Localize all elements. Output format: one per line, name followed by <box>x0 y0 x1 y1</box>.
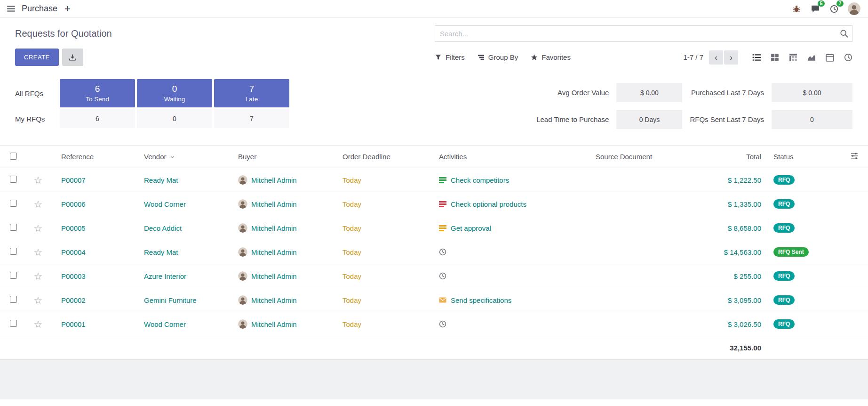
late-card[interactable]: 7 Late <box>214 79 289 107</box>
vendor-link[interactable]: Wood Corner <box>144 320 186 328</box>
adjust-columns-icon[interactable] <box>851 152 858 160</box>
purchase-dashboard: All RFQs My RFQs 6 To Send 6 0 Waiting 0 <box>0 73 868 141</box>
create-button[interactable]: CREATE <box>15 49 59 66</box>
my-to-send-count[interactable]: 6 <box>60 109 135 128</box>
row-checkbox[interactable] <box>10 200 17 207</box>
buyer-column-header[interactable]: Buyer <box>238 146 342 168</box>
list-view-icon[interactable] <box>752 53 761 62</box>
to-send-card[interactable]: 6 To Send <box>60 79 135 107</box>
row-checkbox[interactable] <box>10 272 17 279</box>
buyer-cell[interactable]: Mitchell Admin <box>238 223 342 233</box>
favorite-star-icon[interactable]: ☆ <box>34 223 43 233</box>
apps-menu-icon[interactable] <box>7 4 16 13</box>
select-all-checkbox[interactable] <box>10 153 17 160</box>
order-deadline: Today <box>342 248 361 256</box>
activity-cell[interactable]: Send specifications <box>439 296 596 304</box>
buyer-avatar <box>238 271 247 281</box>
rfq-reference-link[interactable]: P00004 <box>61 248 86 256</box>
my-late-count[interactable]: 7 <box>214 109 289 128</box>
total-amount: $ 3,026.50 <box>728 320 761 328</box>
table-row[interactable]: ☆ P00005 Deco Addict Mitchell Admin Toda… <box>0 216 868 240</box>
activities-column-header[interactable]: Activities <box>439 146 596 168</box>
table-row[interactable]: ☆ P00003 Azure Interior Mitchell Admin T… <box>0 264 868 288</box>
group-by-button[interactable]: Group By <box>478 53 518 61</box>
pager-next-button[interactable]: › <box>724 50 738 65</box>
rfq-reference-link[interactable]: P00003 <box>61 272 86 280</box>
my-waiting-count[interactable]: 0 <box>137 109 212 128</box>
table-row[interactable]: ☆ P00001 Wood Corner Mitchell Admin Toda… <box>0 312 868 336</box>
total-column-header[interactable]: Total <box>713 146 770 168</box>
table-row[interactable]: ☆ P00002 Gemini Furniture Mitchell Admin… <box>0 288 868 312</box>
pager-previous-button[interactable]: ‹ <box>709 50 723 65</box>
app-window: Purchase + 5 7 Requests for Quotation <box>0 0 868 406</box>
activities-icon[interactable]: 7 <box>829 4 839 14</box>
kanban-view-icon[interactable] <box>771 53 779 62</box>
rfq-reference-link[interactable]: P00001 <box>61 320 86 328</box>
vendor-link[interactable]: Gemini Furniture <box>144 296 197 304</box>
status-column-header[interactable]: Status <box>770 146 840 168</box>
activity-cell[interactable]: Check competitors <box>439 176 596 184</box>
buyer-cell[interactable]: Mitchell Admin <box>238 175 342 185</box>
buyer-avatar <box>238 199 247 209</box>
my-rfqs-label: My RFQs <box>15 109 56 128</box>
buyer-cell[interactable]: Mitchell Admin <box>238 319 342 329</box>
buyer-cell[interactable]: Mitchell Admin <box>238 247 342 257</box>
row-checkbox[interactable] <box>10 320 17 327</box>
vendor-column-header[interactable]: Vendor <box>144 146 238 168</box>
buyer-avatar <box>238 223 247 233</box>
activity-view-icon[interactable] <box>844 53 852 62</box>
vendor-link[interactable]: Ready Mat <box>144 176 178 184</box>
search-input[interactable] <box>435 25 852 42</box>
messages-icon[interactable]: 5 <box>810 4 820 14</box>
bug-icon[interactable] <box>791 4 802 14</box>
vendor-link[interactable]: Azure Interior <box>144 272 186 280</box>
buyer-cell[interactable]: Mitchell Admin <box>238 199 342 209</box>
favorite-star-icon[interactable]: ☆ <box>34 295 43 305</box>
rfq-reference-link[interactable]: P00007 <box>61 176 86 184</box>
filter-icon <box>435 54 442 61</box>
table-row[interactable]: ☆ P00006 Wood Corner Mitchell Admin Toda… <box>0 192 868 216</box>
order-deadline: Today <box>342 296 361 304</box>
status-badge: RFQ Sent <box>773 247 809 257</box>
activity-cell[interactable]: Get approval <box>439 224 596 232</box>
pivot-view-icon[interactable] <box>789 53 797 62</box>
activity-cell[interactable]: Check optional products <box>439 200 596 208</box>
favorites-button[interactable]: Favorites <box>531 53 571 61</box>
vendor-link[interactable]: Wood Corner <box>144 200 186 208</box>
table-row[interactable]: ☆ P00007 Ready Mat Mitchell Admin Today … <box>0 168 868 192</box>
vendor-link[interactable]: Ready Mat <box>144 248 178 256</box>
table-row[interactable]: ☆ P00004 Ready Mat Mitchell Admin Today … <box>0 240 868 264</box>
quick-add-icon[interactable]: + <box>64 4 72 14</box>
buyer-avatar <box>238 175 247 185</box>
filters-button[interactable]: Filters <box>435 53 465 61</box>
row-checkbox[interactable] <box>10 176 17 183</box>
buyer-avatar <box>238 319 247 329</box>
export-button[interactable] <box>62 49 83 66</box>
rfq-reference-link[interactable]: P00002 <box>61 296 86 304</box>
deadline-column-header[interactable]: Order Deadline <box>342 146 439 168</box>
activity-cell[interactable] <box>439 272 596 280</box>
reference-column-header[interactable]: Reference <box>50 146 144 168</box>
calendar-view-icon[interactable] <box>826 53 834 62</box>
row-checkbox[interactable] <box>10 224 17 231</box>
rfq-reference-link[interactable]: P00005 <box>61 224 86 232</box>
app-name[interactable]: Purchase <box>22 4 57 14</box>
user-avatar[interactable] <box>848 2 860 15</box>
graph-view-icon[interactable] <box>807 53 816 62</box>
row-checkbox[interactable] <box>10 248 17 255</box>
activity-cell[interactable] <box>439 320 596 328</box>
rfq-reference-link[interactable]: P00006 <box>61 200 86 208</box>
activity-cell[interactable] <box>439 248 596 256</box>
vendor-link[interactable]: Deco Addict <box>144 224 182 232</box>
waiting-card[interactable]: 0 Waiting <box>137 79 212 107</box>
row-checkbox[interactable] <box>10 296 17 303</box>
avg-order-value-label: Avg Order Value <box>536 89 609 97</box>
buyer-cell[interactable]: Mitchell Admin <box>238 271 342 281</box>
favorite-star-icon[interactable]: ☆ <box>34 319 43 329</box>
buyer-cell[interactable]: Mitchell Admin <box>238 295 342 305</box>
source-column-header[interactable]: Source Document <box>596 146 713 168</box>
favorite-star-icon[interactable]: ☆ <box>34 247 43 257</box>
favorite-star-icon[interactable]: ☆ <box>34 175 43 185</box>
favorite-star-icon[interactable]: ☆ <box>34 271 43 281</box>
favorite-star-icon[interactable]: ☆ <box>34 199 43 209</box>
